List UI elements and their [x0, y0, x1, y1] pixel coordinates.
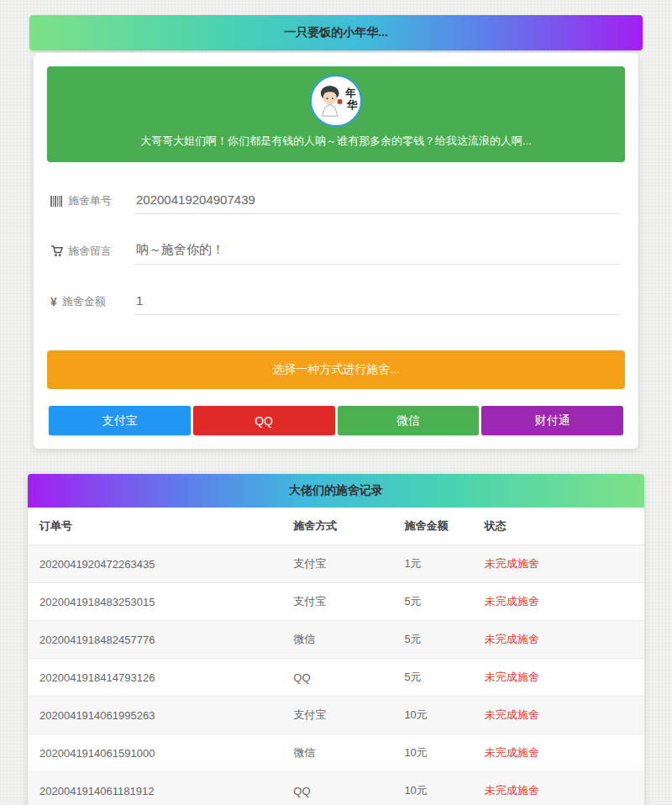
- amount-label: 施舍金额: [62, 294, 106, 309]
- records-table: 订单号 施舍方式 施舍金额 状态 2020041920472263435 支付宝…: [28, 508, 644, 805]
- svg-text:年: 年: [344, 87, 356, 99]
- cell-order-number: 2020041914061995263: [28, 697, 286, 734]
- table-row: 2020041918414793126 QQ 5元 未完成施舍: [28, 659, 644, 697]
- col-amount: 施舍金额: [397, 508, 477, 545]
- choose-method-button[interactable]: 选择一种方式进行施舍...: [47, 350, 625, 389]
- col-status: 状态: [478, 508, 644, 545]
- records-table-body: 2020041920472263435 支付宝 1元 未完成施舍 2020041…: [28, 545, 644, 805]
- cell-amount: 10元: [397, 734, 477, 772]
- status-badge: 未完成施舍: [478, 545, 644, 583]
- table-row: 2020041914061181912 QQ 10元 未完成施舍: [28, 772, 644, 805]
- cell-method: 微信: [286, 621, 397, 659]
- cell-order-number: 2020041920472263435: [28, 545, 286, 583]
- records-header: 大佬们的施舍记录: [28, 474, 644, 508]
- cell-method: 微信: [286, 734, 397, 772]
- table-row: 2020041920472263435 支付宝 1元 未完成施舍: [28, 545, 644, 583]
- records-table-header-row: 订单号 施舍方式 施舍金额 状态: [28, 508, 644, 545]
- cell-order-number: 2020041914061181912: [28, 772, 286, 805]
- field-order-number: 施舍单号: [50, 189, 620, 214]
- plea-message: 大哥哥大姐们啊！你们都是有钱的人呐～谁有那多余的零钱？给我这流浪的人啊...: [67, 134, 605, 149]
- status-badge: 未完成施舍: [478, 621, 644, 659]
- order-number-label: 施舍单号: [68, 193, 112, 208]
- records-card: 大佬们的施舍记录 订单号 施舍方式 施舍金额 状态 20200419204722…: [28, 474, 644, 805]
- cell-method: QQ: [286, 659, 397, 697]
- cell-method: 支付宝: [286, 545, 397, 583]
- pay-qq-button[interactable]: QQ: [193, 406, 335, 435]
- cell-amount: 10元: [397, 697, 477, 734]
- table-row: 2020041918482457776 微信 5元 未完成施舍: [28, 621, 644, 659]
- order-number-label-group: 施舍单号: [50, 193, 134, 214]
- cell-amount: 5元: [397, 621, 477, 659]
- pay-tenpay-button[interactable]: 财付通: [481, 406, 623, 435]
- payment-methods: 支付宝 QQ 微信 财付通: [49, 406, 623, 435]
- cart-icon: [50, 245, 63, 257]
- amount-input[interactable]: [134, 290, 620, 315]
- page-header: 一只要饭的小年华...: [29, 15, 643, 50]
- status-badge: 未完成施舍: [478, 772, 644, 805]
- records-title: 大佬们的施舍记录: [289, 483, 383, 498]
- status-badge: 未完成施舍: [478, 659, 644, 697]
- cell-method: 支付宝: [286, 583, 397, 621]
- cell-amount: 5元: [397, 583, 477, 621]
- field-amount: ¥ 施舍金额: [50, 290, 620, 315]
- table-row: 2020041918483253015 支付宝 5元 未完成施舍: [28, 583, 644, 621]
- plea-banner: 年 华 大哥哥大姐们啊！你们都是有钱的人呐～谁有那多余的零钱？给我这流浪的人啊.…: [47, 66, 625, 162]
- avatar: 年 华: [310, 75, 362, 127]
- status-badge: 未完成施舍: [478, 583, 644, 621]
- page-background: { "header": { "title": "一只要饭的小年华..." }, …: [0, 0, 672, 805]
- cell-method: 支付宝: [286, 697, 397, 734]
- status-badge: 未完成施舍: [478, 734, 644, 772]
- avatar-illustration: 年 华: [312, 76, 360, 125]
- col-order-number: 订单号: [28, 508, 286, 545]
- barcode-icon: [50, 196, 63, 207]
- cell-order-number: 2020041918482457776: [28, 621, 286, 659]
- col-method: 施舍方式: [286, 508, 397, 545]
- message-label-group: 施舍留言: [50, 244, 134, 265]
- message-input[interactable]: [134, 239, 620, 265]
- cell-order-number: 2020041914061591000: [28, 734, 286, 772]
- cell-amount: 10元: [397, 772, 477, 805]
- yen-icon: ¥: [50, 295, 57, 308]
- amount-label-group: ¥ 施舍金额: [50, 294, 134, 315]
- cell-amount: 5元: [397, 659, 477, 697]
- donate-form: 施舍单号 施舍留言 ¥ 施舍金额: [47, 162, 625, 342]
- donate-card: 年 华 大哥哥大姐们啊！你们都是有钱的人呐～谁有那多余的零钱？给我这流浪的人啊.…: [34, 53, 638, 449]
- cell-order-number: 2020041918414793126: [28, 659, 286, 697]
- table-row: 2020041914061591000 微信 10元 未完成施舍: [28, 734, 644, 772]
- cell-amount: 1元: [397, 545, 477, 583]
- pay-alipay-button[interactable]: 支付宝: [49, 406, 191, 435]
- status-badge: 未完成施舍: [478, 697, 644, 734]
- order-number-input[interactable]: [134, 189, 620, 214]
- svg-text:华: 华: [346, 98, 358, 111]
- message-label: 施舍留言: [68, 244, 112, 259]
- pay-wechat-button[interactable]: 微信: [338, 406, 480, 435]
- page-title: 一只要饭的小年华...: [284, 25, 388, 40]
- cell-method: QQ: [286, 772, 397, 805]
- table-row: 2020041914061995263 支付宝 10元 未完成施舍: [28, 697, 644, 734]
- field-message: 施舍留言: [50, 239, 620, 265]
- cell-order-number: 2020041918483253015: [28, 583, 286, 621]
